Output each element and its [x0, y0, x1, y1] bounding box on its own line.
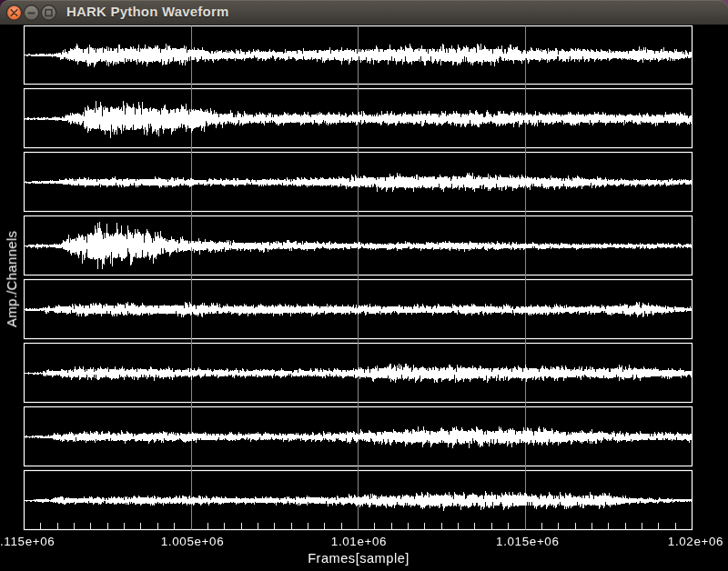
svg-text:1.02e+06: 1.02e+06 — [668, 535, 723, 548]
svg-text:1.015e+06: 1.015e+06 — [496, 535, 560, 548]
svg-text:.115e+06: .115e+06 — [0, 535, 55, 548]
svg-text:1.01e+06: 1.01e+06 — [331, 535, 387, 548]
svg-text:1.005e+06: 1.005e+06 — [161, 535, 225, 548]
svg-text:Frames[sample]: Frames[sample] — [308, 551, 410, 566]
svg-text:Amp./Channels: Amp./Channels — [4, 231, 19, 327]
